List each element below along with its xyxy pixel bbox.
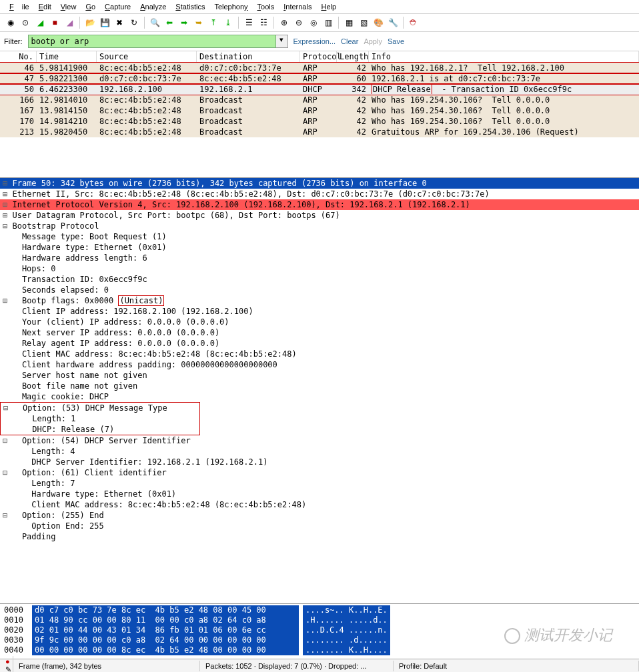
- col-source[interactable]: Source: [97, 51, 197, 62]
- menu-help[interactable]: Help: [317, 1, 340, 12]
- go-last-icon[interactable]: ⤓: [221, 16, 235, 29]
- hex-line[interactable]: 001001 48 90 cc 00 00 80 11 00 00 c0 a8 …: [0, 615, 639, 625]
- menu-telephony[interactable]: Telephony: [210, 1, 251, 12]
- hex-dump[interactable]: 0000d0 c7 c0 bc 73 7e 8c ec 4b b5 e2 48 …: [0, 604, 639, 659]
- hex-line[interactable]: 004000 00 00 00 00 00 8c ec 4b b5 e2 48 …: [0, 645, 639, 655]
- zoom-out-icon[interactable]: ⊖: [292, 16, 305, 29]
- interfaces-icon[interactable]: ◉: [4, 16, 17, 29]
- filter-dropdown-icon[interactable]: ▾: [276, 35, 288, 48]
- hex-line[interactable]: 0000d0 c7 c0 bc 73 7e 8c ec 4b b5 e2 48 …: [0, 605, 639, 615]
- detail-line[interactable]: Hardware type: Ethernet (0x01): [0, 242, 639, 253]
- detail-line[interactable]: Option: (61) Client identifier: [0, 467, 639, 478]
- detail-line[interactable]: Length: 7: [0, 478, 639, 489]
- detail-line[interactable]: Your (client) IP address: 0.0.0.0 (0.0.0…: [0, 317, 639, 327]
- hex-line[interactable]: 00309f 9c 00 00 00 00 c0 a8 02 64 00 00 …: [0, 635, 639, 645]
- detail-line[interactable]: Padding: [0, 531, 639, 542]
- packet-row[interactable]: 465.981419008c:ec:4b:b5:e2:48d0:c7:c0:bc…: [0, 63, 639, 73]
- menu-go[interactable]: Go: [81, 1, 99, 12]
- detail-line[interactable]: Hardware type: Ethernet (0x01): [0, 489, 639, 499]
- filter-input[interactable]: [28, 35, 276, 48]
- detail-line[interactable]: Option End: 255: [0, 521, 639, 531]
- zoom-reset-icon[interactable]: ◎: [307, 16, 320, 29]
- packet-row[interactable]: 475.98221300d0:c7:c0:bc:73:7e8c:ec:4b:b5…: [0, 73, 639, 84]
- detail-line[interactable]: Magic cookie: DHCP: [0, 391, 639, 402]
- menu-capture[interactable]: Capture: [101, 1, 135, 12]
- packet-row[interactable]: 21315.98204508c:ec:4b:b5:e2:48BroadcastA…: [0, 127, 639, 137]
- display-filters-icon[interactable]: ▧: [357, 16, 370, 29]
- filter-save-link[interactable]: Save: [388, 37, 404, 45]
- expert-info-icon[interactable]: ●: [5, 657, 10, 665]
- detail-line[interactable]: Length: 1: [0, 413, 200, 424]
- status-profile[interactable]: Profile: Default: [394, 661, 639, 671]
- menu-edit[interactable]: Edit: [35, 1, 55, 12]
- stop-capture-icon[interactable]: ■: [48, 16, 61, 29]
- coloring-rules-icon[interactable]: 🎨: [372, 16, 385, 29]
- zoom-in-icon[interactable]: ⊕: [277, 16, 291, 29]
- detail-line[interactable]: Boot file name not given: [0, 381, 639, 391]
- filter-clear-link[interactable]: Clear: [341, 37, 358, 45]
- detail-line[interactable]: Ethernet II, Src: 8c:ec:4b:b5:e2:48 (8c:…: [0, 189, 639, 199]
- col-info[interactable]: Info: [369, 51, 639, 62]
- detail-line[interactable]: Server host name not given: [0, 370, 639, 381]
- detail-line[interactable]: Internet Protocol Version 4, Src: 192.16…: [0, 199, 639, 210]
- detail-line[interactable]: User Datagram Protocol, Src Port: bootpc…: [0, 210, 639, 221]
- go-forward-icon[interactable]: ➡: [177, 16, 191, 29]
- detail-line[interactable]: Client hardware address padding: 0000000…: [0, 359, 639, 370]
- detail-line[interactable]: Frame 50: 342 bytes on wire (2736 bits),…: [0, 178, 639, 189]
- detail-line[interactable]: Relay agent IP address: 0.0.0.0 (0.0.0.0…: [0, 338, 639, 349]
- detail-line[interactable]: Bootstrap Protocol: [0, 221, 639, 231]
- menu-analyze[interactable]: Analyze: [136, 1, 170, 12]
- detail-line[interactable]: DHCP Server Identifier: 192.168.2.1 (192…: [0, 457, 639, 467]
- packet-row[interactable]: 16612.98140108c:ec:4b:b5:e2:48BroadcastA…: [0, 95, 639, 105]
- menu-internals[interactable]: Internals: [279, 1, 315, 12]
- menu-statistics[interactable]: Statistics: [171, 1, 209, 12]
- detail-line[interactable]: DHCP: Release (7): [0, 424, 200, 435]
- edit-icon[interactable]: ✎: [5, 665, 11, 672]
- detail-line[interactable]: Message type: Boot Request (1): [0, 231, 639, 242]
- detail-line[interactable]: Hops: 0: [0, 263, 639, 274]
- filter-apply-link[interactable]: Apply: [364, 37, 382, 45]
- detail-line[interactable]: Option: (53) DHCP Message Type: [0, 402, 200, 413]
- close-file-icon[interactable]: ✖: [113, 16, 126, 29]
- go-first-icon[interactable]: ⤒: [207, 16, 220, 29]
- goto-icon[interactable]: ➥: [192, 16, 205, 29]
- col-no[interactable]: No.: [0, 51, 37, 62]
- reload-icon[interactable]: ↻: [127, 16, 141, 29]
- options-icon[interactable]: ⊙: [19, 16, 32, 29]
- col-time[interactable]: Time: [37, 51, 97, 62]
- col-length[interactable]: Length: [337, 51, 369, 62]
- packet-list[interactable]: No. Time Source Destination Protocol Len…: [0, 51, 639, 178]
- detail-line[interactable]: Seconds elapsed: 0: [0, 285, 639, 295]
- restart-capture-icon[interactable]: ◢: [63, 16, 76, 29]
- open-file-icon[interactable]: 📂: [83, 16, 97, 29]
- save-file-icon[interactable]: 💾: [98, 16, 111, 29]
- capture-filters-icon[interactable]: ▦: [342, 16, 356, 29]
- detail-line[interactable]: Option: (54) DHCP Server Identifier: [0, 435, 639, 446]
- detail-line[interactable]: Next server IP address: 0.0.0.0 (0.0.0.0…: [0, 327, 639, 338]
- help-icon[interactable]: ⛑: [407, 16, 420, 29]
- detail-line[interactable]: Client MAC address: 8c:ec:4b:b5:e2:48 (8…: [0, 499, 639, 510]
- menu-file[interactable]: File: [5, 1, 33, 12]
- detail-line[interactable]: Transaction ID: 0x6ecc9f9c: [0, 274, 639, 285]
- packet-row[interactable]: 506.46223300192.168.2.100192.168.2.1DHCP…: [0, 84, 639, 95]
- packet-row[interactable]: 17014.98142108c:ec:4b:b5:e2:48BroadcastA…: [0, 116, 639, 127]
- go-back-icon[interactable]: ⬅: [163, 16, 176, 29]
- colorize-icon[interactable]: ☰: [242, 16, 255, 29]
- preferences-icon[interactable]: 🔧: [386, 16, 400, 29]
- filter-expression-link[interactable]: Expression...: [293, 37, 336, 45]
- resize-columns-icon[interactable]: ▥: [322, 16, 335, 29]
- packet-row[interactable]: 16713.98141508c:ec:4b:b5:e2:48BroadcastA…: [0, 105, 639, 116]
- detail-line[interactable]: Length: 4: [0, 446, 639, 457]
- detail-line[interactable]: Client MAC address: 8c:ec:4b:b5:e2:48 (8…: [0, 349, 639, 359]
- hex-line[interactable]: 002002 01 00 44 00 43 01 34 86 fb 01 01 …: [0, 625, 639, 635]
- menu-view[interactable]: View: [57, 1, 81, 12]
- detail-line[interactable]: Client IP address: 192.168.2.100 (192.16…: [0, 306, 639, 317]
- autoscroll-icon[interactable]: ☷: [257, 16, 270, 29]
- detail-line[interactable]: Bootp flags: 0x0000 (Unicast): [0, 295, 639, 306]
- col-protocol[interactable]: Protocol: [300, 51, 337, 62]
- detail-line[interactable]: Option: (255) End: [0, 510, 639, 521]
- start-capture-icon[interactable]: ◢: [33, 16, 47, 29]
- detail-line[interactable]: Hardware address length: 6: [0, 253, 639, 263]
- find-icon[interactable]: 🔍: [148, 16, 161, 29]
- menu-tools[interactable]: Tools: [253, 1, 279, 12]
